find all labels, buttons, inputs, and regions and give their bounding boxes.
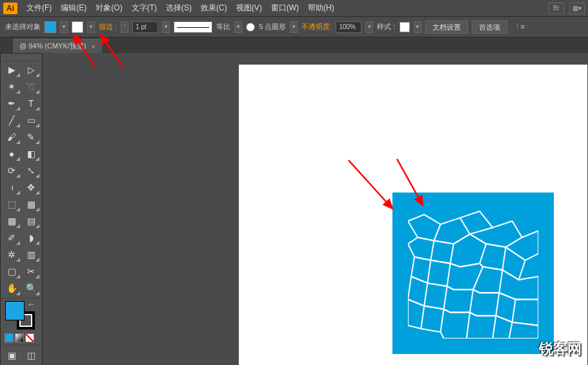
screen-mode-button[interactable]: ▣ xyxy=(2,347,21,364)
type-tool[interactable]: T xyxy=(21,95,41,112)
rotate-tool[interactable]: ⟳ xyxy=(2,162,21,179)
free-transform-tool[interactable]: ✥ xyxy=(21,179,41,196)
rectangle-tool[interactable]: ▭ xyxy=(21,112,41,129)
panel-menu-icon[interactable]: ⋮≡ xyxy=(514,23,525,31)
close-icon[interactable]: × xyxy=(91,43,95,50)
paintbrush-tool[interactable]: 🖌 xyxy=(2,129,21,145)
menu-file[interactable]: 文件(F) xyxy=(26,3,52,14)
menu-object[interactable]: 对象(O) xyxy=(96,3,122,14)
document-tab[interactable]: @ 94% (CMYK/预览) × xyxy=(13,39,102,53)
app-icon: Ai xyxy=(3,3,17,14)
arrange-docs-button[interactable]: ▦▾ xyxy=(569,3,585,14)
mesh-tool[interactable]: ▩ xyxy=(2,213,21,229)
direct-selection-tool[interactable]: ▷ xyxy=(21,61,41,78)
shape-builder-tool[interactable]: ⬚ xyxy=(2,196,21,213)
opacity-label: 不透明度: xyxy=(301,22,332,32)
blue-rectangle-object[interactable] xyxy=(392,193,554,354)
selection-tool[interactable]: ▶ xyxy=(2,61,21,78)
opacity-dropdown[interactable]: ▼ xyxy=(365,21,373,33)
draw-mode-button[interactable]: ◫ xyxy=(21,347,41,364)
color-mode-solid[interactable] xyxy=(5,333,14,342)
opacity-input[interactable] xyxy=(336,21,361,33)
eyedropper-tool[interactable]: ✐ xyxy=(2,229,21,246)
stroke-label: 描边 : xyxy=(99,22,117,32)
stroke-type-label: 等比 xyxy=(216,22,230,32)
color-mode-row xyxy=(2,332,41,344)
column-graph-tool[interactable]: ▥ xyxy=(21,246,41,263)
preferences-button[interactable]: 首选项 xyxy=(472,21,507,34)
stroke-weight-dropdown[interactable]: ▼ xyxy=(162,21,170,33)
magic-wand-tool[interactable]: ✶ xyxy=(2,78,21,95)
fill-dropdown[interactable]: ▼ xyxy=(60,21,68,33)
slice-tool[interactable]: ✂ xyxy=(21,263,41,280)
fill-stroke-indicator[interactable]: ⤺ xyxy=(5,301,37,329)
control-bar: 未选择对象 ▼ ▼ 描边 : ⌃ ▼ 等比 ▼ 5 点圆形 ▼ 不透明度: ▼ … xyxy=(0,17,588,37)
voronoi-pattern xyxy=(408,208,538,339)
menu-select[interactable]: 选择(S) xyxy=(166,3,192,14)
symbol-sprayer-tool[interactable]: ✲ xyxy=(2,246,21,263)
stroke-swatch[interactable] xyxy=(72,21,83,33)
blob-brush-tool[interactable]: ● xyxy=(2,145,21,162)
profile-dropdown[interactable]: ▼ xyxy=(290,21,298,33)
bridge-button[interactable]: Br xyxy=(549,3,564,14)
style-swatch[interactable] xyxy=(400,22,410,32)
document-tab-title: @ 94% (CMYK/预览) xyxy=(19,41,86,51)
pencil-tool[interactable]: ✎ xyxy=(21,129,41,145)
tools-panel: ▶▷✶➰✒T╱▭🖌✎●◧⟳⤡⫞✥⬚▦▩▤✐◗✲▥▢✂✋🔍 ⤺ ▣ ◫ xyxy=(0,53,43,365)
menu-bar: Ai 文件(F) 编辑(E) 对象(O) 文字(T) 选择(S) 效果(C) 视… xyxy=(0,0,588,17)
width-tool[interactable]: ⫞ xyxy=(2,179,21,196)
stroke-profile-preview[interactable] xyxy=(174,21,212,33)
menu-help[interactable]: 帮助(H) xyxy=(308,3,334,14)
pen-tool[interactable]: ✒ xyxy=(2,95,21,112)
zoom-tool[interactable]: 🔍 xyxy=(21,280,41,297)
stroke-type-dropdown[interactable]: ▼ xyxy=(234,21,242,33)
menu-window[interactable]: 窗口(W) xyxy=(271,3,299,14)
stroke-weight-down[interactable]: ⌃ xyxy=(121,21,128,33)
doc-setup-button[interactable]: 文档设置 xyxy=(425,21,468,34)
menu-edit[interactable]: 编辑(E) xyxy=(61,3,86,14)
eraser-tool[interactable]: ◧ xyxy=(21,145,41,162)
hand-tool[interactable]: ✋ xyxy=(2,280,21,297)
artboard-tool[interactable]: ▢ xyxy=(2,263,21,280)
line-tool[interactable]: ╱ xyxy=(2,112,21,129)
document-tab-strip: @ 94% (CMYK/预览) × xyxy=(0,37,588,53)
watermark: 锐客网 xyxy=(539,339,582,359)
perspective-grid-tool[interactable]: ▦ xyxy=(21,196,41,213)
style-dropdown[interactable]: ▼ xyxy=(414,21,421,33)
brush-preview-icon[interactable] xyxy=(246,23,255,32)
menu-effect[interactable]: 效果(C) xyxy=(201,3,227,14)
color-mode-gradient[interactable] xyxy=(15,333,24,342)
lasso-tool[interactable]: ➰ xyxy=(21,78,41,95)
menu-type[interactable]: 文字(T) xyxy=(132,3,157,14)
fill-swatch[interactable] xyxy=(45,21,56,33)
panel-grip[interactable] xyxy=(2,55,41,61)
selection-status: 未选择对象 xyxy=(5,22,41,32)
scale-tool[interactable]: ⤡ xyxy=(21,162,41,179)
swap-fill-stroke-icon[interactable]: ⤺ xyxy=(28,301,34,308)
stroke-dropdown[interactable]: ▼ xyxy=(87,21,95,33)
style-label: 样式 : xyxy=(377,22,395,32)
gradient-tool[interactable]: ▤ xyxy=(21,213,41,229)
profile-label: 5 点圆形 xyxy=(259,22,286,32)
stroke-weight-input[interactable] xyxy=(132,21,158,33)
menu-view[interactable]: 视图(V) xyxy=(236,3,262,14)
blend-tool[interactable]: ◗ xyxy=(21,229,41,246)
color-mode-none[interactable] xyxy=(25,333,34,342)
fill-indicator[interactable] xyxy=(5,301,25,320)
